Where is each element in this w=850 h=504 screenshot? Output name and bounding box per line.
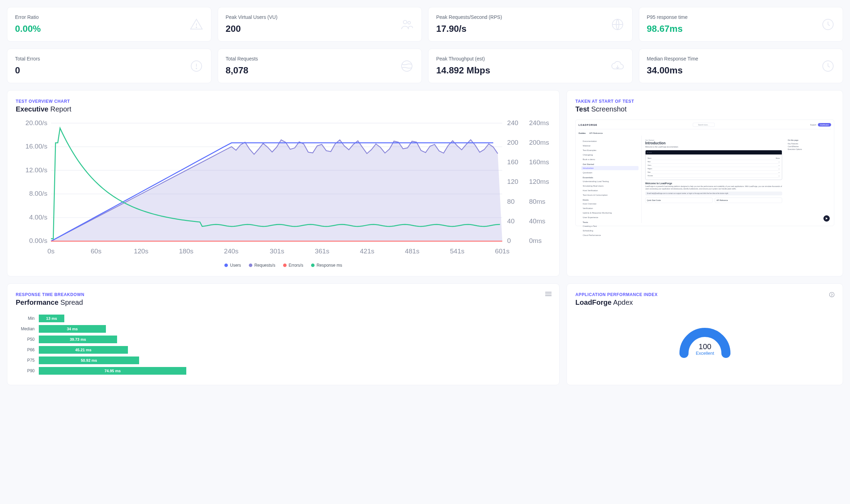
apdex-panel: APPLICATION PERFORMANCE INDEX LoadForge …	[567, 283, 843, 385]
svg-text:361s: 361s	[315, 247, 329, 255]
screenshot-right-col: On this pageKey FeaturesCost-EffectiveEx…	[786, 136, 831, 223]
perf-row-label: P50	[16, 337, 39, 342]
clock-icon	[821, 17, 835, 31]
svg-text:80: 80	[507, 198, 514, 205]
perf-row-label: P66	[16, 347, 39, 352]
kpi-peak-vu: Peak Virtual Users (VU) 200	[218, 7, 422, 42]
perf-row: P66 45.21 ms	[16, 345, 551, 355]
svg-text:180s: 180s	[179, 247, 193, 255]
kpi-value: 17.90/s	[436, 23, 502, 34]
performance-bars: Min 13 ms Median 34 ms P50 39.73 ms P66 …	[16, 314, 551, 376]
panel-title: LoadForge Apdex	[575, 298, 834, 307]
globe-icon	[611, 17, 625, 31]
executive-report-panel: TEST OVERVIEW CHART Executive Report 20.…	[7, 90, 560, 276]
svg-text:160: 160	[507, 158, 518, 166]
svg-text:20.00/s: 20.00/s	[26, 120, 48, 127]
kpi-label: Median Response Time	[647, 56, 698, 62]
svg-point-2	[408, 21, 411, 24]
panel-eyebrow: APPLICATION PERFORMANCE INDEX	[575, 292, 834, 297]
svg-text:240: 240	[507, 120, 518, 127]
svg-text:240ms: 240ms	[529, 120, 549, 127]
kpi-error-ratio: Error Ratio 0.00%	[7, 7, 211, 42]
apdex-gauge: 100 Excellent	[575, 311, 834, 360]
error-circle-icon	[189, 59, 203, 73]
panel-eyebrow: TEST OVERVIEW CHART	[16, 99, 551, 104]
svg-text:0ms: 0ms	[529, 237, 542, 244]
clock-icon	[821, 59, 835, 73]
svg-text:0s: 0s	[48, 247, 55, 255]
help-circle-icon[interactable]	[829, 291, 835, 298]
panel-eyebrow: RESPONSE TIME BREAKDOWN	[16, 292, 551, 297]
download-cloud-icon	[611, 59, 625, 73]
perf-row-label: Median	[16, 326, 39, 331]
kpi-label: Peak Virtual Users (VU)	[226, 14, 278, 20]
screenshot-thumbnail[interactable]: LOADFORGE Search docs… Support Dashboard…	[575, 120, 834, 226]
kpi-value: 0	[15, 65, 40, 76]
svg-text:120: 120	[507, 178, 518, 185]
kpi-label: Error Ratio	[15, 14, 41, 20]
users-icon	[400, 17, 414, 31]
svg-text:8.00/s: 8.00/s	[29, 190, 47, 197]
svg-text:541s: 541s	[450, 247, 464, 255]
kpi-total-errors: Total Errors 0	[7, 49, 211, 83]
svg-text:200: 200	[507, 139, 518, 146]
screenshot-main: Get Started Introduction Welcome to the …	[642, 136, 786, 223]
kpi-row-2: Total Errors 0 Total Requests 8,078 Peak…	[7, 49, 843, 83]
panel-title: Executive Report	[16, 105, 551, 113]
perf-row: Median 34 ms	[16, 324, 551, 334]
screenshot-support-link: Support	[810, 124, 816, 126]
kpi-peak-throughput: Peak Throughput (est) 14.892 Mbps	[428, 49, 633, 83]
performance-spread-panel: RESPONSE TIME BREAKDOWN Performance Spre…	[7, 283, 560, 385]
kpi-value: 14.892 Mbps	[436, 65, 490, 76]
perf-row: P90 74.95 ms	[16, 366, 551, 376]
svg-text:120ms: 120ms	[529, 178, 549, 185]
kpi-value: 200	[226, 23, 278, 34]
screenshot-search: Search docs…	[693, 123, 715, 127]
svg-point-48	[832, 296, 832, 296]
svg-text:421s: 421s	[360, 247, 374, 255]
kpi-value: 8,078	[226, 65, 258, 76]
perf-row-label: P90	[16, 368, 39, 373]
svg-text:601s: 601s	[495, 247, 509, 255]
kpi-label: Peak Requests/Second (RPS)	[436, 14, 502, 20]
panel-title: Performance Spread	[16, 298, 551, 307]
legend-item[interactable]: Errors/s	[283, 263, 303, 268]
svg-text:0: 0	[507, 237, 511, 244]
hamburger-menu-icon[interactable]	[545, 291, 552, 297]
svg-text:40ms: 40ms	[529, 217, 546, 225]
kpi-value: 98.67ms	[647, 23, 688, 34]
kpi-label: Peak Throughput (est)	[436, 56, 490, 62]
legend-item[interactable]: Users	[224, 263, 241, 268]
kpi-label: Total Requests	[226, 56, 258, 62]
svg-text:60s: 60s	[91, 247, 101, 255]
test-screenshot-panel: TAKEN AT START OF TEST Test Screenshot L…	[567, 90, 843, 276]
kpi-row-1: Error Ratio 0.00% Peak Virtual Users (VU…	[7, 7, 843, 42]
svg-text:160ms: 160ms	[529, 158, 549, 166]
legend-item[interactable]: Response ms	[311, 263, 342, 268]
perf-row: Min 13 ms	[16, 314, 551, 323]
svg-text:200ms: 200ms	[529, 139, 549, 146]
kpi-value: 0.00%	[15, 23, 41, 34]
svg-text:4.00/s: 4.00/s	[29, 214, 47, 221]
svg-text:120s: 120s	[134, 247, 148, 255]
legend-item[interactable]: Requests/s	[249, 263, 275, 268]
globe2-icon	[400, 59, 414, 73]
panel-title: Test Screenshot	[575, 105, 834, 113]
play-icon[interactable]	[823, 215, 830, 222]
svg-text:481s: 481s	[405, 247, 419, 255]
chart-legend: UsersRequests/sErrors/sResponse ms	[16, 263, 551, 268]
svg-point-1	[403, 20, 407, 24]
kpi-label: P95 response time	[647, 14, 688, 20]
svg-text:0.00/s: 0.00/s	[29, 237, 47, 244]
kpi-label: Total Errors	[15, 56, 40, 62]
svg-point-0	[196, 27, 197, 28]
apdex-score: 100	[698, 342, 711, 351]
svg-text:12.00/s: 12.00/s	[26, 166, 48, 174]
svg-text:16.00/s: 16.00/s	[26, 143, 48, 150]
perf-row: P50 39.73 ms	[16, 334, 551, 344]
warning-triangle-icon	[189, 17, 203, 31]
svg-text:80ms: 80ms	[529, 198, 546, 205]
svg-text:240s: 240s	[224, 247, 238, 255]
apdex-rating: Excellent	[696, 351, 714, 356]
panel-eyebrow: TAKEN AT START OF TEST	[575, 99, 834, 104]
